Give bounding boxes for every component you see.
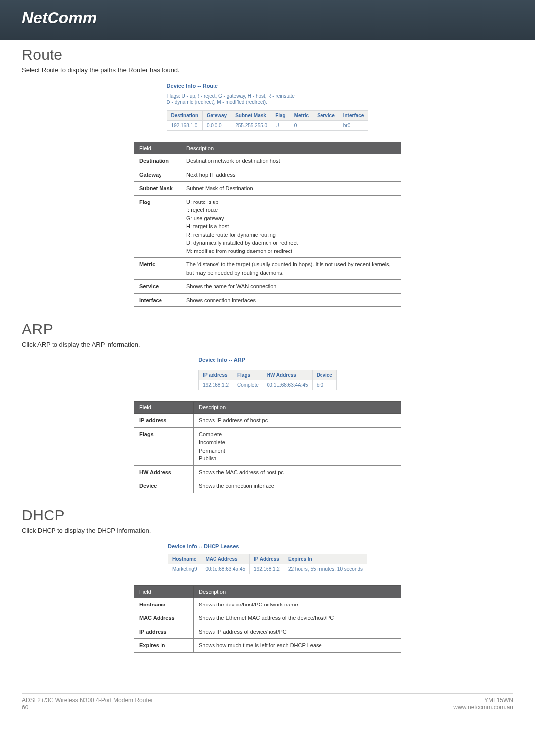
field-name: Destination [134,154,181,168]
doc-row: MAC AddressShows the Ethernet MAC addres… [134,611,401,625]
doc-header-desc: Description [194,402,401,414]
field-name: IP address [134,414,194,428]
route-subtitle: Select Route to display the paths the Ro… [22,66,513,74]
footer-left: ADSL2+/3G Wireless N300 4-Port Modem Rou… [22,697,153,712]
page-content: Route Select Route to display the paths … [0,40,535,681]
cell: 255.255.255.0 [231,121,271,131]
dhcp-screenshot-table: Hostname MAC Address IP Address Expires … [168,554,367,574]
col-service: Service [313,111,339,121]
field-desc: Complete Incomplete Permanent Publish [194,427,401,465]
doc-row: Subnet MaskSubnet Mask of Destination [134,182,401,196]
cell: br0 [312,380,336,390]
doc-header-field: Field [134,402,194,414]
arp-device-title: Device Info -- ARP [198,357,337,363]
doc-row: Expires InShows how much time is left fo… [134,639,401,653]
doc-row: Flags Complete Incomplete Permanent Publ… [134,427,401,465]
col-flag: Flag [271,111,290,121]
footer-model: YML15WN [453,697,513,705]
field-name: Flags [134,427,194,465]
col-flags: Flags [233,370,263,380]
cell: 192.168.1.2 [250,564,284,574]
cell: 22 hours, 55 minutes, 10 seconds [284,564,367,574]
field-desc: Shows the connection interface [194,479,401,493]
col-hw: HW Address [263,370,312,380]
doc-header-desc: Description [194,585,401,598]
field-desc: Shows IP address of host pc [194,414,401,428]
cell: Complete [233,380,263,390]
field-name: Metric [134,258,181,280]
cell: Marketing9 [168,564,201,574]
dhcp-title: DHCP [22,507,513,524]
flags-list: Complete Incomplete Permanent Publish [199,430,396,463]
col-metric: Metric [290,111,313,121]
doc-row: IP addressShows IP address of host pc [134,414,401,428]
cell: 00:1e:68:63:4a:45 [201,564,250,574]
cell: U [271,121,290,131]
col-hostname: Hostname [168,554,201,564]
cell: 192.168.1.0 [167,121,202,131]
field-desc: Shows how much time is left for each DHC… [194,639,401,653]
dhcp-subtitle: Click DHCP to display the DHCP informati… [22,527,513,534]
flag-item: D: dynamically installed by daemon or re… [186,239,396,247]
route-note-line2: D - dynamic (redirect), M - modified (re… [167,100,267,105]
field-name: IP address [134,625,194,639]
footer-url: www.netcomm.com.au [453,704,513,712]
table-row: 192.168.1.0 0.0.0.0 255.255.255.0 U 0 br… [167,121,368,131]
flag-item: !: reject route [186,206,396,214]
cell: 192.168.1.2 [199,380,233,390]
col-ip: IP Address [250,554,284,564]
field-desc: U: route is up !: reject route G: use ga… [181,195,401,258]
doc-row: MetricThe 'distance' to the target (usua… [134,258,401,280]
arp-subtitle: Click ARP to display the ARP information… [22,341,513,348]
field-desc: Shows connection interfaces [181,293,401,307]
flag-item: Permanent [199,447,396,455]
col-gateway: Gateway [203,111,231,121]
field-name: Expires In [134,639,194,653]
doc-row: IP addressShows IP address of device/hos… [134,625,401,639]
page-footer: ADSL2+/3G Wireless N300 4-Port Modem Rou… [22,693,513,712]
table-row: Marketing9 00:1e:68:63:4a:45 192.168.1.2… [168,564,367,574]
field-desc: Shows the MAC address of host pc [194,465,401,479]
table-header-row: IP address Flags HW Address Device [199,370,337,380]
doc-header-row: Field Description [134,402,401,414]
field-desc: Shows the device/host/PC network name [194,598,401,611]
footer-product-name: ADSL2+/3G Wireless N300 4-Port Modem Rou… [22,697,153,705]
field-name: Flag [134,195,181,258]
route-device-info: Device Info -- Route Flags: U - up, ! - … [167,83,369,131]
arp-doc-table: Field Description IP addressShows IP add… [134,401,401,493]
route-screenshot-table: Destination Gateway Subnet Mask Flag Met… [167,110,369,131]
field-desc: Subnet Mask of Destination [181,182,401,196]
doc-row: Flag U: route is up !: reject route G: u… [134,195,401,258]
route-device-title: Device Info -- Route [167,83,369,89]
flag-item: Complete [199,430,396,439]
field-desc: Shows the name for WAN connection [181,280,401,294]
doc-header-field: Field [134,142,181,154]
route-title: Route [22,47,513,63]
footer-page-number: 60 [22,704,153,712]
col-mac: MAC Address [201,554,250,564]
doc-header-field: Field [134,585,194,598]
table-row: 192.168.1.2 Complete 00:1E:68:63:4A:45 b… [199,380,337,390]
cell: br0 [339,121,368,131]
route-note-line1: Flags: U - up, ! - reject, G - gateway, … [167,93,295,99]
dhcp-doc-table: Field Description HostnameShows the devi… [134,585,401,653]
cell: 0 [290,121,313,131]
doc-row: ServiceShows the name for WAN connection [134,280,401,294]
footer-right: YML15WN www.netcomm.com.au [453,697,513,712]
col-ip: IP address [199,370,233,380]
flag-item: G: use gateway [186,214,396,223]
field-desc: The 'distance' to the target (usually co… [181,258,401,280]
cell [313,121,339,131]
field-name: Subnet Mask [134,182,181,196]
doc-header-row: Field Description [134,585,401,598]
doc-row: HW AddressShows the MAC address of host … [134,465,401,479]
field-desc: Destination network or destination host [181,154,401,168]
flag-list: U: route is up !: reject route G: use ga… [186,198,396,255]
field-name: Hostname [134,598,194,611]
flag-item: Incomplete [199,438,396,447]
field-name: Gateway [134,168,181,182]
doc-header-desc: Description [181,142,401,154]
field-name: Device [134,479,194,493]
col-subnet: Subnet Mask [231,111,271,121]
route-device-note: Flags: U - up, ! - reject, G - gateway, … [167,93,369,105]
